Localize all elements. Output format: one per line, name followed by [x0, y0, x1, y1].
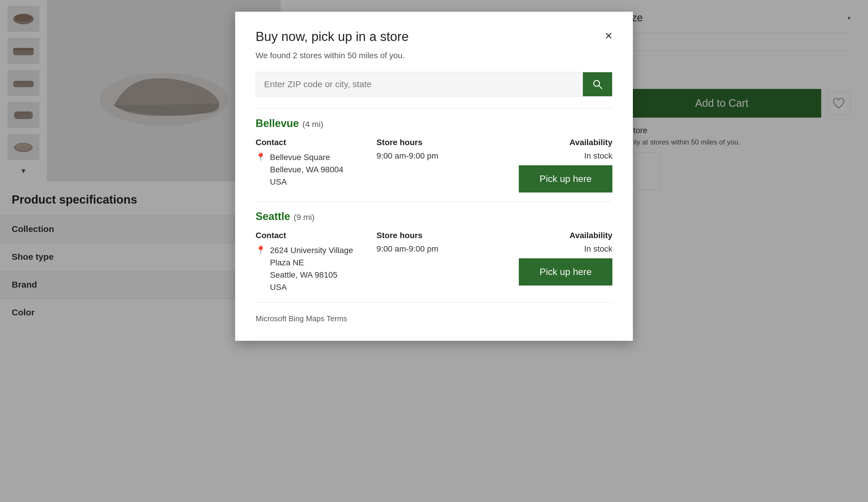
store-bellevue-distance: (4 mi): [302, 120, 323, 129]
seattle-hours-text: 9:00 am-9:00 pm: [376, 244, 491, 254]
modal-header: Buy now, pick up in a store ×: [256, 29, 612, 44]
seattle-map-pin-icon: 📍: [256, 245, 266, 255]
bellevue-contact-col: Contact 📍 Bellevue Square Bellevue, WA 9…: [256, 138, 371, 188]
seattle-hours-header: Store hours: [376, 231, 491, 240]
bellevue-pickup-button[interactable]: Pick up here: [519, 165, 612, 193]
seattle-contact-col: Contact 📍 2624 University Village Plaza …: [256, 231, 371, 294]
seattle-availability-header: Availability: [569, 231, 612, 240]
store-bellevue-name-row: Bellevue (4 mi): [256, 117, 612, 130]
zip-search-bar: [256, 72, 612, 96]
store-seattle-grid: Contact 📍 2624 University Village Plaza …: [256, 231, 612, 294]
bellevue-hours-col: Store hours 9:00 am-9:00 pm: [376, 138, 491, 161]
store-seattle-name-row: Seattle (9 mi): [256, 210, 612, 223]
store-bellevue-grid: Contact 📍 Bellevue Square Bellevue, WA 9…: [256, 138, 612, 193]
store-divider-top: [256, 108, 612, 109]
bellevue-address-row: 📍 Bellevue Square Bellevue, WA 98004 USA: [256, 151, 371, 188]
modal-close-button[interactable]: ×: [605, 29, 612, 42]
maps-terms-link[interactable]: Microsoft Bing Maps Terms: [256, 314, 612, 323]
store-bellevue-name: Bellevue: [256, 117, 299, 130]
bellevue-map-pin-icon: 📍: [256, 152, 266, 162]
svg-line-12: [599, 85, 602, 89]
zip-search-input[interactable]: [256, 72, 583, 96]
seattle-availability-col: Availability In stock Pick up here: [497, 231, 612, 286]
bellevue-address-text: Bellevue Square Bellevue, WA 98004 USA: [270, 151, 343, 188]
store-bellevue: Bellevue (4 mi) Contact 📍 Bellevue Squar…: [256, 117, 612, 193]
seattle-in-stock: In stock: [584, 244, 612, 254]
store-divider-bottom: [256, 302, 612, 303]
bellevue-hours-header: Store hours: [376, 138, 491, 147]
zip-search-button[interactable]: [583, 72, 612, 96]
store-pickup-modal: Buy now, pick up in a store × We found 2…: [235, 12, 633, 341]
store-seattle-name: Seattle: [256, 210, 290, 223]
store-divider-middle: [256, 201, 612, 202]
seattle-contact-header: Contact: [256, 231, 371, 240]
seattle-pickup-button[interactable]: Pick up here: [519, 258, 612, 286]
seattle-address-text: 2624 University Village Plaza NE Seattle…: [270, 244, 353, 294]
modal-title: Buy now, pick up in a store: [256, 29, 409, 44]
store-seattle-distance: (9 mi): [293, 213, 315, 222]
bellevue-availability-header: Availability: [569, 138, 612, 147]
modal-subtitle: We found 2 stores within 50 miles of you…: [256, 51, 612, 60]
seattle-address-row: 📍 2624 University Village Plaza NE Seatt…: [256, 244, 371, 294]
bellevue-hours-text: 9:00 am-9:00 pm: [376, 151, 491, 161]
seattle-hours-col: Store hours 9:00 am-9:00 pm: [376, 231, 491, 254]
store-seattle: Seattle (9 mi) Contact 📍 2624 University…: [256, 210, 612, 294]
bellevue-contact-header: Contact: [256, 138, 371, 147]
bellevue-in-stock: In stock: [584, 151, 612, 161]
bellevue-availability-col: Availability In stock Pick up here: [497, 138, 612, 193]
